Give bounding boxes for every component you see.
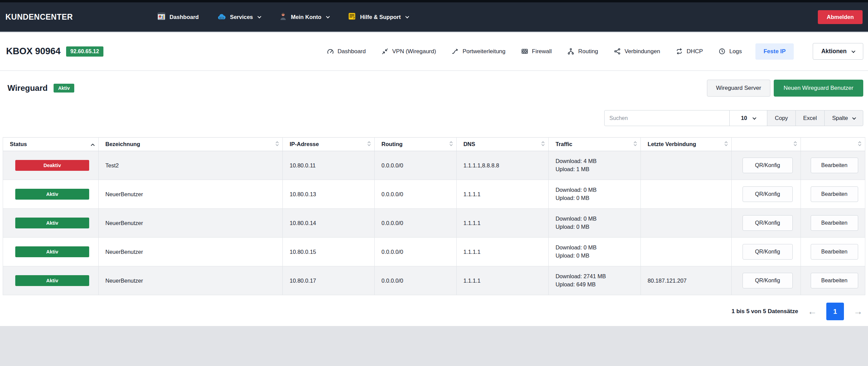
qr-konfig-button[interactable]: QR/Konfig bbox=[743, 186, 793, 202]
tab-label: Firewall bbox=[532, 48, 552, 55]
nav-item-label: Hilfe & Support bbox=[360, 14, 401, 20]
tab-label: Routing bbox=[578, 48, 598, 55]
sort-icon bbox=[724, 141, 728, 148]
cell-bezeichnung: NeuerBenutzer bbox=[98, 266, 282, 295]
tab-logs[interactable]: Logs bbox=[718, 48, 742, 55]
cell-traffic: Download: 4 MB Upload: 1 MB bbox=[549, 151, 641, 180]
cell-ip: 10.80.0.13 bbox=[283, 180, 375, 209]
header-bearbeiten[interactable] bbox=[801, 138, 865, 151]
tab-portforwarding[interactable]: Portweiterleitung bbox=[452, 48, 506, 55]
new-wireguard-user-button[interactable]: Neuen Wireguard Benutzer bbox=[774, 80, 863, 97]
share-nodes-icon bbox=[614, 48, 621, 55]
nav-item-account[interactable]: Mein Konto bbox=[279, 12, 329, 22]
search-input[interactable] bbox=[604, 110, 730, 126]
cell-routing: 0.0.0.0/0 bbox=[374, 209, 456, 238]
top-nav-menu: Dashboard Services bbox=[157, 12, 409, 22]
tab-connections[interactable]: Verbindungen bbox=[614, 48, 660, 55]
bearbeiten-button[interactable]: Bearbeiten bbox=[811, 273, 858, 288]
cell-letzte-verbindung bbox=[641, 151, 732, 180]
cell-traffic: Download: 0 MB Upload: 0 MB bbox=[549, 238, 641, 266]
current-page-button[interactable]: 1 bbox=[826, 303, 844, 320]
qr-konfig-button[interactable]: QR/Konfig bbox=[743, 273, 793, 288]
pagination-bar: 1 bis 5 von 5 Datensätze ← 1 → bbox=[0, 295, 868, 326]
chevron-down-icon bbox=[753, 116, 756, 119]
column-toggle-button[interactable]: Spalte bbox=[824, 110, 863, 126]
cell-routing: 0.0.0.0/0 bbox=[374, 238, 456, 266]
next-page-arrow[interactable]: → bbox=[853, 307, 863, 316]
table-row: Deaktiv Test2 10.80.0.11 0.0.0.0/0 1.1.1… bbox=[3, 151, 865, 180]
header-dns[interactable]: DNS bbox=[456, 138, 549, 151]
nav-item-help[interactable]: ? Hilfe & Support bbox=[348, 12, 409, 22]
curved-arrow-icon bbox=[452, 48, 459, 55]
page-size-select[interactable]: 10 bbox=[729, 110, 767, 126]
cell-bezeichnung: NeuerBenutzer bbox=[98, 180, 282, 209]
bearbeiten-button[interactable]: Bearbeiten bbox=[811, 244, 858, 260]
bearbeiten-button[interactable]: Bearbeiten bbox=[811, 215, 858, 231]
gauge-icon bbox=[327, 48, 334, 55]
table-toolbar: 10 Copy Excel Spalte bbox=[5, 110, 863, 126]
tab-vpn-wireguard[interactable]: VPN (Wiregaurd) bbox=[381, 48, 436, 55]
services-cloud-icon bbox=[217, 12, 226, 22]
device-tabs: Dashboard VPN (Wiregaurd) Portweiterleit… bbox=[327, 48, 742, 55]
cell-ip: 10.80.0.14 bbox=[283, 209, 375, 238]
tab-routing[interactable]: Routing bbox=[567, 48, 598, 55]
wireguard-panel: Wireguard Aktiv Wireguard Server Neuen W… bbox=[0, 71, 868, 326]
table-row: Aktiv NeuerBenutzer 10.80.0.15 0.0.0.0/0… bbox=[3, 238, 865, 266]
bearbeiten-button[interactable]: Bearbeiten bbox=[811, 186, 858, 202]
cell-bezeichnung: Test2 bbox=[98, 151, 282, 180]
chevron-down-icon bbox=[851, 49, 855, 53]
excel-button[interactable]: Excel bbox=[795, 110, 825, 126]
cell-letzte-verbindung bbox=[641, 238, 732, 266]
tab-dashboard[interactable]: Dashboard bbox=[327, 48, 366, 55]
cell-dns: 1.1.1.1 bbox=[456, 238, 549, 266]
svg-text:?: ? bbox=[353, 16, 355, 20]
header-letzte-verbindung[interactable]: Letzte Verbindung bbox=[641, 138, 732, 151]
header-status[interactable]: Status bbox=[3, 138, 99, 151]
qr-konfig-button[interactable]: QR/Konfig bbox=[743, 158, 793, 173]
repeat-arrows-icon bbox=[676, 48, 683, 55]
tab-firewall[interactable]: Firewall bbox=[521, 48, 552, 55]
nav-item-services[interactable]: Services bbox=[217, 12, 261, 22]
status-badge: Aktiv bbox=[15, 246, 89, 257]
previous-page-arrow[interactable]: ← bbox=[808, 307, 817, 316]
feste-ip-pill[interactable]: Feste IP bbox=[755, 43, 794, 60]
aktionen-dropdown-button[interactable]: Aktionen bbox=[813, 43, 863, 60]
tab-label: Dashboard bbox=[338, 48, 366, 55]
header-traffic[interactable]: Traffic bbox=[549, 138, 641, 151]
wireguard-users-table: Status Bezeichnung IP-Adresse bbox=[3, 137, 865, 295]
tab-label: Logs bbox=[729, 48, 742, 55]
header-qr-konfig[interactable] bbox=[731, 138, 801, 151]
brand-logo: KUNDENCENTER bbox=[5, 13, 73, 22]
wireguard-server-button[interactable]: Wireguard Server bbox=[707, 80, 770, 97]
table-row: Aktiv NeuerBenutzer 10.80.0.13 0.0.0.0/0… bbox=[3, 180, 865, 209]
clock-icon bbox=[718, 48, 726, 55]
sort-icon bbox=[275, 141, 279, 148]
header-routing[interactable]: Routing bbox=[374, 138, 456, 151]
dashboard-chart-icon bbox=[157, 12, 166, 22]
cell-dns: 1.1.1.1 bbox=[456, 180, 549, 209]
header-bezeichnung[interactable]: Bezeichnung bbox=[98, 138, 282, 151]
copy-button[interactable]: Copy bbox=[767, 110, 796, 126]
column-toggle-label: Spalte bbox=[832, 115, 848, 121]
header-ip-adresse[interactable]: IP-Adresse bbox=[283, 138, 375, 151]
table-row: Aktiv NeuerBenutzer 10.80.0.14 0.0.0.0/0… bbox=[3, 209, 865, 238]
tab-label: Verbindungen bbox=[625, 48, 660, 55]
qr-konfig-button[interactable]: QR/Konfig bbox=[743, 244, 793, 260]
nav-item-dashboard[interactable]: Dashboard bbox=[157, 12, 199, 22]
cell-dns: 1.1.1.1,8.8.8.8 bbox=[456, 151, 549, 180]
tab-label: VPN (Wiregaurd) bbox=[392, 48, 436, 55]
tab-label: Portweiterleitung bbox=[462, 48, 506, 55]
cell-bezeichnung: NeuerBenutzer bbox=[98, 209, 282, 238]
logout-button[interactable]: Abmelden bbox=[818, 10, 863, 24]
qr-konfig-button[interactable]: QR/Konfig bbox=[743, 215, 793, 231]
cell-ip: 10.80.0.17 bbox=[283, 266, 375, 295]
sort-icon bbox=[367, 141, 371, 148]
cell-bezeichnung: NeuerBenutzer bbox=[98, 238, 282, 266]
cell-letzte-verbindung bbox=[641, 180, 732, 209]
aktionen-label: Aktionen bbox=[821, 48, 847, 55]
nav-item-label: Mein Konto bbox=[291, 14, 321, 20]
tab-dhcp[interactable]: DHCP bbox=[676, 48, 703, 55]
chevron-down-icon bbox=[326, 15, 330, 18]
bearbeiten-button[interactable]: Bearbeiten bbox=[811, 158, 858, 173]
cell-dns: 1.1.1.1 bbox=[456, 209, 549, 238]
